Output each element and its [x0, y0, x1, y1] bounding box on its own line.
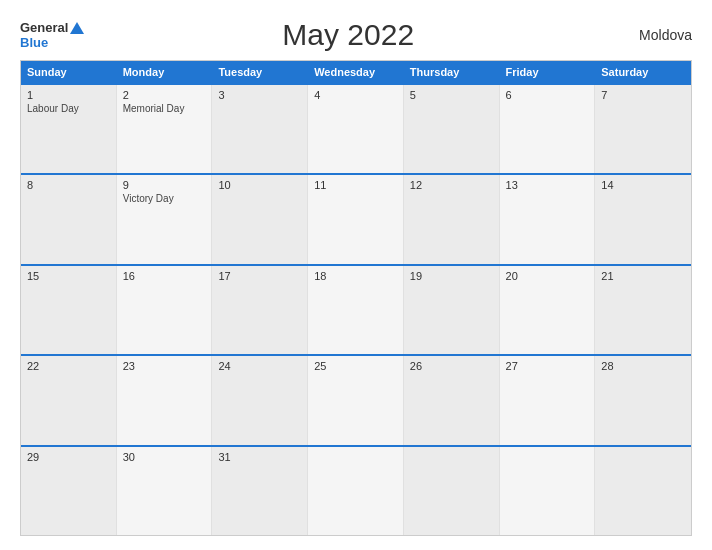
col-saturday: Saturday: [595, 61, 691, 83]
cell-7: 7: [595, 85, 691, 173]
cell-10: 10: [212, 175, 308, 263]
cell-27: 27: [500, 356, 596, 444]
country-label: Moldova: [612, 27, 692, 43]
cell-23: 23: [117, 356, 213, 444]
cell-26: 26: [404, 356, 500, 444]
cell-3: 3: [212, 85, 308, 173]
cell-31: 31: [212, 447, 308, 535]
cell-22: 22: [21, 356, 117, 444]
cell-20: 20: [500, 266, 596, 354]
col-monday: Monday: [117, 61, 213, 83]
col-tuesday: Tuesday: [212, 61, 308, 83]
logo: General Blue: [20, 21, 84, 49]
cell-5: 5: [404, 85, 500, 173]
logo-blue-text: Blue: [20, 36, 48, 49]
col-wednesday: Wednesday: [308, 61, 404, 83]
logo-top: General: [20, 21, 84, 35]
cell-21: 21: [595, 266, 691, 354]
week-2: 8 9Victory Day 10 11 12 13 14: [21, 173, 691, 263]
col-friday: Friday: [500, 61, 596, 83]
col-sunday: Sunday: [21, 61, 117, 83]
calendar-title: May 2022: [84, 18, 612, 52]
cell-4: 4: [308, 85, 404, 173]
cell-9: 9Victory Day: [117, 175, 213, 263]
cell-empty-2: [404, 447, 500, 535]
cell-16: 16: [117, 266, 213, 354]
cell-empty-1: [308, 447, 404, 535]
week-5: 29 30 31: [21, 445, 691, 535]
cell-11: 11: [308, 175, 404, 263]
header: General Blue May 2022 Moldova: [20, 18, 692, 52]
week-1: 1Labour Day 2Memorial Day 3 4 5 6 7: [21, 83, 691, 173]
week-4: 22 23 24 25 26 27 28: [21, 354, 691, 444]
logo-triangle-icon: [70, 22, 84, 34]
calendar: Sunday Monday Tuesday Wednesday Thursday…: [20, 60, 692, 536]
calendar-body: 1Labour Day 2Memorial Day 3 4 5 6 7 8 9V…: [21, 83, 691, 535]
cell-24: 24: [212, 356, 308, 444]
cell-1: 1Labour Day: [21, 85, 117, 173]
cell-6: 6: [500, 85, 596, 173]
cell-15: 15: [21, 266, 117, 354]
calendar-header-row: Sunday Monday Tuesday Wednesday Thursday…: [21, 61, 691, 83]
cell-empty-4: [595, 447, 691, 535]
logo-general-text: General: [20, 20, 68, 35]
cell-17: 17: [212, 266, 308, 354]
cell-30: 30: [117, 447, 213, 535]
week-3: 15 16 17 18 19 20 21: [21, 264, 691, 354]
cell-18: 18: [308, 266, 404, 354]
cell-29: 29: [21, 447, 117, 535]
cell-13: 13: [500, 175, 596, 263]
page: General Blue May 2022 Moldova Sunday Mon…: [0, 0, 712, 550]
cell-19: 19: [404, 266, 500, 354]
col-thursday: Thursday: [404, 61, 500, 83]
cell-2: 2Memorial Day: [117, 85, 213, 173]
cell-12: 12: [404, 175, 500, 263]
cell-14: 14: [595, 175, 691, 263]
cell-empty-3: [500, 447, 596, 535]
cell-28: 28: [595, 356, 691, 444]
cell-8: 8: [21, 175, 117, 263]
cell-25: 25: [308, 356, 404, 444]
